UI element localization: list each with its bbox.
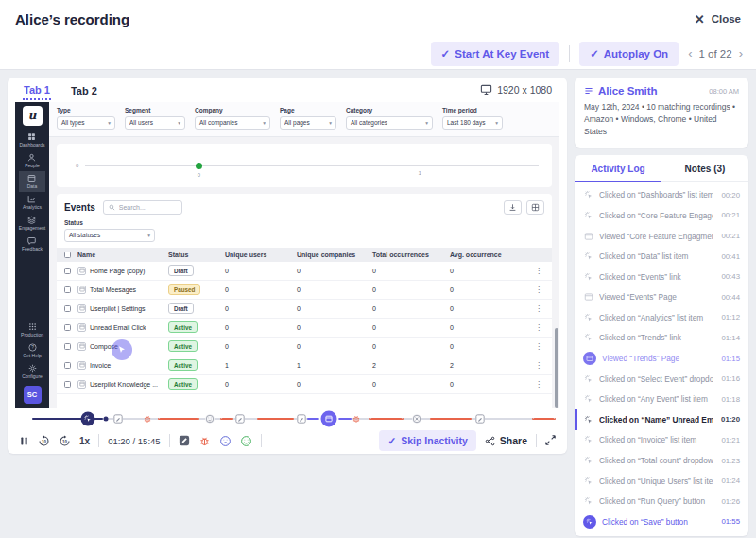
activity-log-item[interactable]: Clicked on “Dashboards” list item00:20 — [575, 185, 748, 206]
row-checkbox[interactable] — [64, 381, 71, 388]
errors-filter-button[interactable] — [198, 435, 211, 447]
tab-activity-log[interactable]: Activity Log — [575, 155, 662, 181]
event-dot-marker[interactable] — [103, 417, 108, 422]
select-all-checkbox[interactable] — [64, 252, 71, 258]
error-marker[interactable] — [143, 414, 152, 424]
table-row[interactable]: Userpilot Knowledge ...Active0000⋮ — [57, 375, 552, 394]
row-menu-icon[interactable]: ⋮ — [520, 342, 552, 351]
activity-log-item[interactable]: Clicked on “Core Feature Engagem...00:21 — [575, 205, 748, 226]
event-name: Invoice — [90, 362, 111, 369]
row-menu-icon[interactable]: ⋮ — [520, 304, 552, 313]
sidebar-item-get-help[interactable]: ?Get Help — [21, 340, 43, 361]
pause-button[interactable] — [19, 436, 29, 446]
playback-speed[interactable]: 1x — [79, 436, 90, 446]
error-marker[interactable] — [352, 414, 361, 424]
viewport-scrollbar[interactable] — [555, 328, 558, 408]
sentiment-filter-button[interactable] — [240, 435, 252, 447]
sidebar-item-people[interactable]: People — [19, 150, 45, 171]
activity-text: Viewed “Trends” Page — [602, 354, 713, 363]
activity-log-item[interactable]: Viewed “Trends” Page01:15 — [575, 348, 748, 369]
table-row[interactable]: Unread Email ClickActive0000⋮ — [57, 319, 552, 338]
activity-text: Viewed “Core Feature Engagment” — [599, 232, 713, 241]
events-search[interactable] — [103, 200, 182, 215]
filter-dropdown[interactable]: All pages▾ — [280, 116, 336, 130]
activity-log-item[interactable]: Viewed “Core Feature Engagment”00:21 — [575, 226, 748, 247]
share-button[interactable]: Share — [485, 435, 527, 446]
rage-click-marker[interactable] — [412, 414, 421, 424]
columns-button[interactable] — [526, 200, 544, 215]
sentiment-marker[interactable] — [205, 414, 215, 424]
pages-filter-button[interactable] — [179, 435, 190, 446]
start-at-key-event-button[interactable]: ✓ Start At Key Event — [431, 42, 560, 66]
key-event-marker[interactable] — [81, 412, 95, 426]
row-menu-icon[interactable]: ⋮ — [520, 323, 552, 332]
search-input[interactable] — [119, 204, 177, 211]
rewind-10-button[interactable]: 10 — [38, 435, 50, 447]
frustration-filter-button[interactable] — [219, 435, 232, 447]
row-menu-icon[interactable]: ⋮ — [520, 380, 552, 389]
activity-log-item[interactable]: Clicked on “Trends” link01:14 — [575, 328, 748, 349]
filter-dropdown[interactable]: All companies▾ — [195, 116, 270, 130]
sidebar-item-analytics[interactable]: Analytics — [19, 192, 45, 213]
row-checkbox[interactable] — [64, 305, 71, 312]
page-marker[interactable] — [297, 414, 306, 424]
row-checkbox[interactable] — [64, 286, 71, 293]
table-row[interactable]: Userpilot | SettingsDraft0000⋮ — [57, 300, 552, 319]
page-marker[interactable] — [235, 414, 245, 424]
status-filter-dropdown[interactable]: All statuses▾ — [64, 229, 155, 242]
activity-log-item[interactable]: Clicked on “Select Event” dropdown01:16 — [575, 369, 748, 390]
activity-log-item[interactable]: Clicked on “Run Query” button01:26 — [575, 491, 748, 512]
activity-log-item[interactable]: Clicked on “Name” Unread Email C...01:20 — [575, 409, 748, 430]
row-menu-icon[interactable]: ⋮ — [520, 286, 552, 294]
activity-log-item[interactable]: Clicked on “Analytics” list item01:12 — [575, 307, 748, 328]
sidebar-item-configure[interactable]: Configure — [21, 361, 43, 382]
row-checkbox[interactable] — [64, 362, 71, 369]
skip-inactivity-toggle[interactable]: ✓ Skip Inactivity — [379, 430, 475, 451]
playback-timeline[interactable] — [32, 410, 556, 427]
row-checkbox-cell — [57, 286, 77, 293]
page-marker[interactable] — [113, 414, 123, 424]
visitor-name[interactable]: Alice Smith — [598, 85, 658, 96]
search-icon — [109, 204, 115, 211]
table-row[interactable]: Total MeesagesPaused0000⋮ — [57, 281, 552, 300]
sidebar-item-data[interactable]: Data — [19, 171, 45, 192]
table-row[interactable]: Home Page (copy)Draft0000⋮ — [57, 262, 552, 281]
row-checkbox[interactable] — [64, 343, 71, 350]
sidebar-item-dashboards[interactable]: Dashboards — [19, 130, 45, 150]
playhead-marker[interactable] — [320, 411, 336, 427]
row-menu-icon[interactable]: ⋮ — [520, 361, 552, 370]
autoplay-toggle-button[interactable]: ✓ Autoplay On — [579, 42, 679, 66]
page-marker[interactable] — [475, 414, 485, 424]
check-icon: ✓ — [590, 47, 599, 61]
sidebar-item-engagement[interactable]: Engagement — [19, 213, 45, 234]
activity-log-item[interactable]: Clicked on “Invoice” list item01:21 — [575, 430, 748, 451]
table-row[interactable]: InvoiceActive1122⋮ — [57, 356, 552, 375]
sidebar-item-production[interactable]: Production — [21, 320, 43, 340]
filter-dropdown[interactable]: All categories▾ — [346, 116, 433, 130]
next-recording-icon[interactable]: › — [739, 47, 743, 60]
prev-recording-icon[interactable]: ‹ — [688, 47, 692, 60]
activity-log-item[interactable]: Clicked on “Unique Users” list item01:24 — [575, 471, 748, 492]
close-button[interactable]: ✕ Close — [695, 12, 741, 26]
fullscreen-button[interactable] — [545, 434, 556, 448]
row-checkbox[interactable] — [64, 324, 71, 331]
activity-log-item[interactable]: Clicked on “Events” link00:43 — [575, 267, 748, 287]
row-menu-icon[interactable]: ⋮ — [520, 267, 552, 275]
filter-dropdown[interactable]: Last 180 days▾ — [442, 116, 503, 130]
activity-log-item[interactable]: Clicked on “Any Event” list item01:18 — [575, 389, 748, 409]
filter-dropdown[interactable]: All types▾ — [57, 116, 115, 130]
tab-notes[interactable]: Notes (3) — [662, 155, 748, 181]
activity-log-item[interactable]: Clicked on “Save” button01:55 — [575, 512, 748, 532]
filter-dropdown[interactable]: All users▾ — [125, 116, 185, 130]
download-button[interactable] — [504, 200, 522, 215]
tab-2[interactable]: Tab 2 — [70, 80, 98, 99]
row-checkbox[interactable] — [64, 268, 71, 274]
activity-log-item[interactable]: Clicked on “Total count” dropdown01:23 — [575, 450, 748, 471]
forward-10-button[interactable]: 10 — [59, 435, 71, 447]
activity-log-item[interactable]: Clicked on “Data” list item00:41 — [575, 246, 748, 267]
tab-1[interactable]: Tab 1 — [23, 79, 51, 100]
activity-log-item[interactable]: Viewed “Events” Page00:44 — [575, 286, 748, 307]
click-icon — [583, 271, 593, 282]
sidebar-item-feedback[interactable]: Feedback — [19, 234, 45, 254]
column-header: Status — [168, 252, 225, 258]
